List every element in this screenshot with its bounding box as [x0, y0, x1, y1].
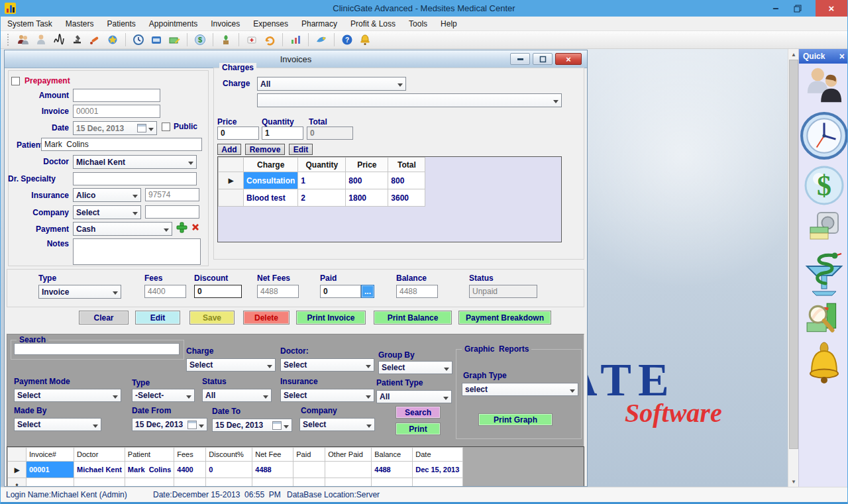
edit-invoice-button[interactable]: Edit	[135, 311, 180, 325]
patient-icon[interactable]	[34, 33, 48, 46]
menu-masters[interactable]: Masters	[59, 17, 101, 31]
cell[interactable]: 4488	[372, 462, 413, 478]
invoice-number-field[interactable]: 00001	[73, 105, 160, 118]
add-button[interactable]: Add	[217, 144, 241, 155]
doctor-select[interactable]: Michael Kent	[73, 155, 197, 169]
cell[interactable]	[252, 478, 293, 487]
header-cell[interactable]: Date	[413, 448, 463, 462]
invoices-titlebar[interactable]: Invoices ×	[5, 50, 587, 68]
cell[interactable]: 4400	[174, 462, 206, 478]
type-select[interactable]: Invoice	[38, 285, 121, 299]
quick-close-icon[interactable]: ×	[839, 51, 845, 62]
billing-dollar-icon[interactable]: $	[799, 166, 848, 205]
cell[interactable]: 4488	[252, 462, 293, 478]
restore-button[interactable]	[788, 0, 808, 17]
patient-type-select[interactable]: All	[376, 390, 452, 403]
appointments-star-icon[interactable]	[106, 33, 119, 46]
header-cell[interactable]: Fees	[174, 448, 206, 462]
scroll-up-icon[interactable]: ▲	[788, 49, 799, 60]
menu-expenses[interactable]: Expenses	[246, 17, 295, 31]
results-grid-new-row[interactable]: *	[8, 478, 463, 487]
cell[interactable]: 3600	[388, 189, 425, 207]
cell[interactable]: 800	[346, 172, 388, 189]
scrollbar-thumb[interactable]	[789, 60, 798, 449]
clear-button[interactable]: Clear	[79, 311, 129, 325]
current-row-arrow[interactable]: ▶	[8, 462, 26, 478]
patient-field[interactable]: Mark Colins	[41, 138, 202, 151]
print-graph-button[interactable]: Print Graph	[478, 413, 553, 426]
cell[interactable]	[125, 478, 174, 487]
reports-bird-icon[interactable]	[315, 33, 328, 46]
group-by-select[interactable]: Select	[378, 361, 452, 374]
patients-icon[interactable]	[799, 65, 848, 106]
header-cell[interactable]: Paid	[293, 448, 325, 462]
filter-company-select[interactable]: Select	[299, 418, 375, 431]
header-cell[interactable]: Patient	[125, 448, 174, 462]
edit-button[interactable]: Edit	[289, 144, 313, 155]
row-selector-header[interactable]	[219, 158, 244, 172]
company-select[interactable]: Select	[73, 205, 141, 219]
delete-payment-method-icon[interactable]	[190, 222, 201, 235]
header-cell[interactable]: Quantity	[298, 158, 346, 172]
charges-grid-row[interactable]: Blood test 2 1800 3600	[219, 189, 425, 207]
payment-select[interactable]: Cash	[73, 222, 172, 236]
filter-insurance-select[interactable]: Select	[280, 389, 374, 402]
signature-icon[interactable]	[52, 33, 66, 46]
current-row-arrow[interactable]: ▶	[219, 172, 244, 189]
header-cell[interactable]: Balance	[372, 448, 413, 462]
help-icon[interactable]: ?	[341, 33, 354, 46]
specialty-field[interactable]	[73, 172, 197, 185]
filter-type-select[interactable]: -Select-	[132, 389, 195, 402]
cell[interactable]	[26, 478, 74, 487]
lab-microscope-icon[interactable]	[70, 33, 83, 46]
paid-browse-button[interactable]: ...	[361, 285, 374, 298]
made-by-select[interactable]: Select	[14, 418, 101, 431]
header-cell[interactable]: Price	[346, 158, 388, 172]
menu-invoices[interactable]: Invoices	[204, 17, 246, 31]
expense-plant-icon[interactable]	[219, 33, 233, 46]
notes-field[interactable]	[73, 238, 201, 265]
cell[interactable]	[206, 478, 252, 487]
delete-button[interactable]: Delete	[243, 311, 290, 325]
menu-profit-loss[interactable]: Profit & Loss	[344, 17, 402, 31]
invoices-restore-button[interactable]	[533, 53, 553, 65]
menu-help[interactable]: Help	[434, 17, 464, 31]
amount-field[interactable]	[73, 89, 160, 102]
header-cell[interactable]: Charge	[244, 158, 298, 172]
profit-chart-icon[interactable]	[289, 33, 302, 46]
cell[interactable]: 2	[298, 189, 346, 207]
invoices-minimize-button[interactable]	[510, 53, 530, 65]
undo-arrow-icon[interactable]	[263, 33, 276, 46]
discount-field[interactable]: 0	[194, 285, 242, 298]
save-button[interactable]: Save	[189, 311, 235, 325]
quantity-field[interactable]: 1	[262, 126, 303, 140]
add-payment-method-icon[interactable]	[176, 222, 187, 236]
cell[interactable]	[174, 478, 206, 487]
insurance-select[interactable]: Alico	[73, 188, 141, 202]
cell[interactable]: 00001	[26, 462, 74, 478]
search-button[interactable]: Search	[396, 406, 441, 419]
public-checkbox[interactable]	[162, 123, 170, 131]
print-button[interactable]: Print	[396, 423, 441, 435]
charges-grid-row[interactable]: ▶ Consultation 1 800 800	[219, 172, 425, 189]
payment-mode-select[interactable]: Select	[14, 389, 121, 402]
cell[interactable]: 1800	[346, 189, 388, 207]
filter-status-select[interactable]: All	[202, 389, 272, 402]
menu-pharmacy[interactable]: Pharmacy	[295, 17, 344, 31]
menu-patients[interactable]: Patients	[101, 17, 142, 31]
pharmacy-box-icon[interactable]	[245, 33, 258, 46]
menu-appointments[interactable]: Appointments	[142, 17, 204, 31]
minimize-button[interactable]: –	[767, 0, 785, 17]
header-cell[interactable]: Discount%	[206, 448, 252, 462]
cell[interactable]: Dec 15, 2013	[413, 462, 463, 478]
cell[interactable]	[74, 478, 125, 487]
vertical-scrollbar[interactable]: ▲ ▼	[788, 49, 798, 487]
cell[interactable]: 800	[388, 172, 425, 189]
clock-icon[interactable]	[132, 33, 145, 46]
row-selector-header[interactable]	[8, 448, 26, 462]
filter-charge-select[interactable]: Select	[186, 358, 276, 372]
price-field[interactable]: 0	[217, 126, 259, 140]
search-input[interactable]	[14, 343, 180, 355]
scroll-down-icon[interactable]: ▼	[788, 476, 799, 487]
print-invoice-button[interactable]: Print Invoice	[296, 311, 366, 325]
